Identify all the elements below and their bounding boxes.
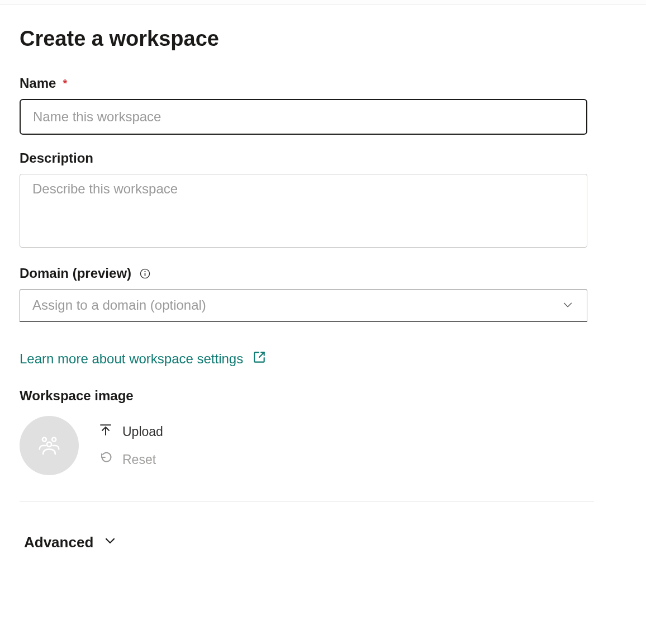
chevron-down-icon (103, 534, 117, 551)
divider (20, 501, 594, 501)
advanced-toggle[interactable]: Advanced (20, 534, 117, 551)
description-label-row: Description (20, 150, 587, 166)
external-link-icon (252, 350, 267, 368)
name-field-group: Name * (20, 75, 587, 135)
page-title: Create a workspace (20, 27, 587, 51)
svg-point-3 (42, 438, 46, 442)
top-border (0, 0, 646, 4)
required-asterisk: * (63, 77, 67, 90)
workspace-image-section: Workspace image (20, 388, 587, 475)
description-label: Description (20, 150, 93, 166)
domain-select-wrapper: Assign to a domain (optional) (20, 289, 587, 322)
reset-button: Reset (99, 451, 163, 468)
advanced-label: Advanced (24, 534, 93, 551)
name-input[interactable] (20, 99, 587, 135)
domain-label-row: Domain (preview) (20, 266, 587, 281)
svg-point-5 (47, 442, 51, 447)
upload-label: Upload (122, 424, 163, 439)
svg-rect-2 (144, 273, 145, 276)
workspace-image-title: Workspace image (20, 388, 587, 404)
svg-point-4 (52, 438, 56, 442)
upload-icon (99, 423, 112, 440)
upload-button[interactable]: Upload (99, 423, 163, 440)
reset-label: Reset (122, 452, 156, 467)
domain-select[interactable]: Assign to a domain (optional) (20, 289, 587, 322)
reset-icon (99, 451, 112, 468)
description-input[interactable] (20, 174, 587, 248)
image-actions: Upload Reset (99, 423, 163, 468)
learn-more-text: Learn more about workspace settings (20, 351, 243, 367)
info-icon[interactable] (139, 268, 150, 279)
domain-field-group: Domain (preview) Assign to a domain (opt… (20, 266, 587, 322)
svg-point-1 (144, 271, 145, 272)
domain-label: Domain (preview) (20, 266, 131, 281)
avatar-placeholder (20, 416, 79, 475)
description-field-group: Description (20, 150, 587, 250)
form-container: Create a workspace Name * Description Do… (0, 4, 607, 551)
name-label-row: Name * (20, 75, 587, 91)
people-group-icon (35, 431, 64, 460)
learn-more-link[interactable]: Learn more about workspace settings (20, 350, 267, 368)
workspace-image-row: Upload Reset (20, 416, 587, 475)
name-label: Name (20, 75, 56, 91)
